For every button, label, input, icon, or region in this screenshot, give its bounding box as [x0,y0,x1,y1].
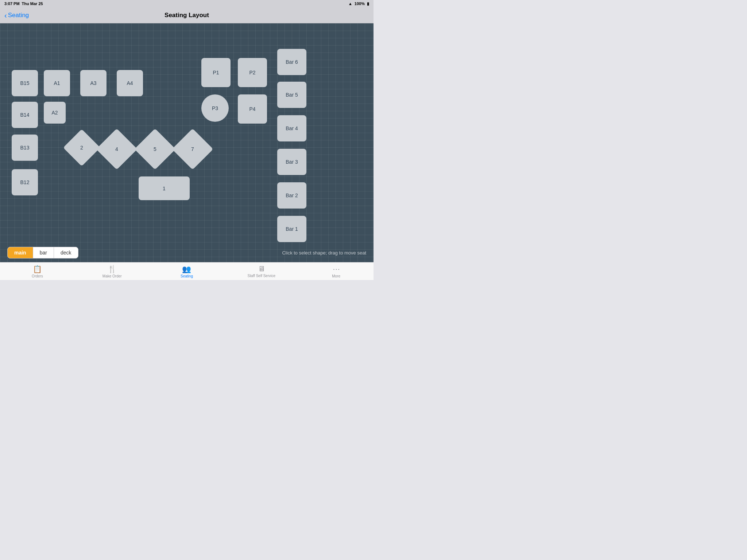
seat-A1[interactable]: A1 [44,70,70,96]
grid-bottom-controls: mainbardeck Click to select shape; drag … [0,247,374,258]
battery-icon: ▮ [367,1,369,6]
tab-item-more[interactable]: ⋯More [299,265,374,278]
orders-icon: 📋 [33,265,42,273]
tab-bar: 📋Orders🍴Make Order👥Seating🖥Staff Self Se… [0,262,374,280]
seating-icon: 👥 [182,265,191,273]
more-icon: ⋯ [333,265,340,273]
tab-item-orders[interactable]: 📋Orders [0,265,75,278]
seat-A4[interactable]: A4 [117,70,143,96]
status-date: Thu Mar 25 [22,1,43,6]
seat-Bar3[interactable]: Bar 3 [277,149,306,175]
tab-label-staff-self: Staff Self Service [248,274,276,278]
seat-Bar2[interactable]: Bar 2 [277,182,306,209]
nav-back-button[interactable]: ‹ Seating [4,12,29,19]
seat-7[interactable]: 7 [172,128,213,170]
seat-2[interactable]: 2 [63,129,100,166]
seat-B15[interactable]: B15 [12,70,38,96]
monitor-icon: 🖥 [258,265,265,273]
seat-4[interactable]: 4 [96,128,137,170]
floor-tabs: mainbardeck [7,247,78,258]
seat-Bar6[interactable]: Bar 6 [277,49,306,75]
tab-item-make-order[interactable]: 🍴Make Order [75,265,150,278]
seat-1[interactable]: 1 [139,176,190,200]
content-area: mainbardeck Click to select shape; drag … [0,23,374,262]
tab-item-staff-self[interactable]: 🖥Staff Self Service [224,265,299,278]
cutlery-icon: 🍴 [108,265,117,273]
floor-tab-deck[interactable]: deck [54,247,78,258]
seat-A3[interactable]: A3 [80,70,107,96]
seat-B12[interactable]: B12 [12,169,38,195]
tab-label-make-order: Make Order [102,274,122,278]
back-chevron-icon: ‹ [4,12,7,19]
seat-Bar1[interactable]: Bar 1 [277,216,306,242]
seat-Bar4[interactable]: Bar 4 [277,115,306,141]
floor-tab-bar[interactable]: bar [33,247,54,258]
nav-back-label: Seating [8,12,29,19]
seat-Bar5[interactable]: Bar 5 [277,82,306,108]
tab-label-more: More [332,274,340,278]
seating-grid[interactable]: mainbardeck Click to select shape; drag … [0,23,374,262]
seat-P1[interactable]: P1 [201,58,231,87]
tab-item-seating[interactable]: 👥Seating [150,265,224,278]
floor-tab-main[interactable]: main [8,247,33,258]
status-time: 3:07 PM [4,1,20,6]
tab-label-orders: Orders [32,274,43,278]
seat-5[interactable]: 5 [134,128,175,170]
seat-A2[interactable]: A2 [44,102,66,124]
seat-B14[interactable]: B14 [12,102,38,128]
seat-P3[interactable]: P3 [201,94,229,122]
seat-P2[interactable]: P2 [238,58,267,87]
battery-percent: 100% [355,1,365,6]
tab-label-seating: Seating [181,274,193,278]
nav-title: Seating Layout [165,12,209,19]
status-bar: 3:07 PM Thu Mar 25 ▲ 100% ▮ [0,0,374,7]
seat-P4[interactable]: P4 [238,94,267,124]
wifi-icon: ▲ [348,1,352,6]
seat-B13[interactable]: B13 [12,135,38,161]
grid-hint: Click to select shape; drag to move seat [282,250,366,256]
nav-bar: ‹ Seating Seating Layout [0,7,374,23]
